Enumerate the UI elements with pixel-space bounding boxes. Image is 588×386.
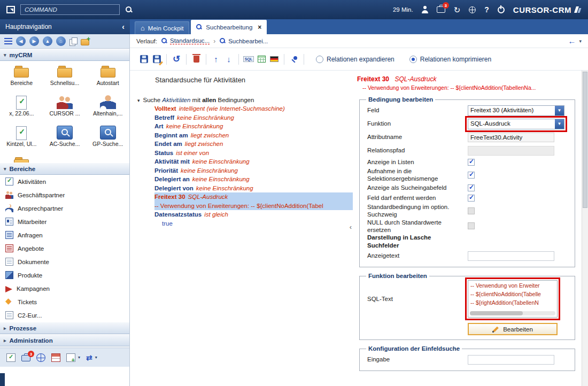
- mycrm-shortcut[interactable]: AC-Suche...: [43, 124, 87, 155]
- tree-condition-row[interactable]: Datensatzstatusist gleich: [154, 210, 353, 219]
- bereich-list-item[interactable]: Aktivitäten: [0, 175, 129, 188]
- bereich-list-item[interactable]: C2-Eur...: [0, 308, 129, 322]
- nav-home-icon[interactable]: ⌂: [56, 36, 66, 46]
- attributname-input[interactable]: FreeText30.Activity: [468, 133, 554, 142]
- feld-select[interactable]: Freitext 30 (Aktivitäten) ▼: [468, 105, 564, 116]
- mycrm-shortcut[interactable]: CURSOR ...: [43, 94, 87, 124]
- mycrm-shortcut[interactable]: GP-Suche...: [86, 124, 129, 155]
- bereich-list-item[interactable]: Angebote: [0, 242, 129, 255]
- vertical-scrollbar-thumb[interactable]: [583, 72, 587, 208]
- new-record-caret-icon[interactable]: ▾: [78, 355, 80, 360]
- sync-icon[interactable]: ⇄: [86, 353, 92, 362]
- global-search-icon[interactable]: [36, 353, 45, 362]
- bereich-list-item[interactable]: Anfragen: [0, 228, 129, 242]
- history-back-icon[interactable]: ←: [568, 36, 576, 45]
- activities-quick-icon[interactable]: [6, 353, 16, 362]
- timetable-icon[interactable]: [51, 353, 60, 362]
- bereich-list-item[interactable]: Kampagnen: [0, 282, 129, 295]
- section-header-administration[interactable]: ▸ Administration: [0, 334, 129, 346]
- history-item-1[interactable]: Standardsuc...: [161, 37, 210, 44]
- move-up-button[interactable]: ↑: [210, 53, 222, 66]
- checkbox[interactable]: [468, 184, 475, 191]
- help-icon[interactable]: ?: [484, 5, 489, 14]
- save-as-button[interactable]: [150, 53, 163, 66]
- tree-condition-row[interactable]: true: [154, 219, 353, 228]
- user-icon[interactable]: [422, 6, 428, 13]
- panel-collapse-icon[interactable]: ‹: [350, 223, 352, 231]
- vertical-scrollbar[interactable]: [582, 71, 588, 386]
- tree-condition-row[interactable]: Freitext 30SQL-Ausdruck: [154, 192, 353, 202]
- checkbox[interactable]: [468, 195, 475, 202]
- relationspfad-input[interactable]: [468, 146, 554, 156]
- undo-button[interactable]: ↺: [170, 53, 183, 66]
- mycrm-shortcut[interactable]: x, 22.06...: [0, 94, 43, 124]
- nav-back-icon[interactable]: ◀: [16, 36, 26, 46]
- tree-condition-row[interactable]: Delegiert vonkeine Einschränkung: [154, 184, 353, 193]
- new-record-icon[interactable]: [66, 353, 75, 362]
- tree-condition-row[interactable]: Betreffkeine Einschränkung: [154, 113, 353, 122]
- history-dropdown-icon[interactable]: ▾: [579, 38, 582, 44]
- copy-pages-icon[interactable]: [69, 37, 77, 45]
- inbox-briefcase-icon[interactable]: 3: [437, 6, 445, 13]
- nav-up-icon[interactable]: ▲: [43, 36, 52, 46]
- sql-view-button[interactable]: SQL: [242, 53, 255, 66]
- tree-condition-row[interactable]: Artkeine Einschränkung: [154, 122, 353, 131]
- mycrm-shortcut[interactable]: Autostart: [86, 63, 129, 94]
- bereich-list-item[interactable]: Tickets: [0, 295, 129, 308]
- eingabe-input[interactable]: [468, 355, 554, 365]
- tree-condition-row[interactable]: Prioritätkeine Einschränkung: [154, 166, 353, 175]
- mycrm-shortcut[interactable]: Altenhain,...: [86, 94, 129, 124]
- command-input[interactable]: COMMAND: [20, 4, 120, 15]
- pin-button[interactable]: [288, 53, 300, 66]
- bearbeiten-button[interactable]: Bearbeiten: [468, 323, 558, 335]
- history-item-2[interactable]: Suchbearbei...: [219, 37, 268, 44]
- tree-condition-row[interactable]: Endet amliegt zwischen: [154, 140, 353, 149]
- bereich-list-item[interactable]: Dokumente: [0, 255, 129, 268]
- move-down-button[interactable]: ↓: [222, 53, 235, 66]
- tree-root-node[interactable]: ▾Suche Aktivitäten mit allen Bedingungen: [137, 97, 353, 103]
- anzeigetext-input[interactable]: [468, 251, 554, 261]
- sql-hscrollbar-thumb[interactable]: [470, 311, 523, 315]
- bereich-list-item[interactable]: Ansprechpartner: [0, 202, 129, 215]
- sql-hscrollbar[interactable]: [470, 311, 555, 315]
- relation-mode-radio[interactable]: Relationen expandieren: [316, 56, 394, 63]
- tab[interactable]: Mein Cockpit: [135, 21, 189, 34]
- refresh-icon[interactable]: ↻: [454, 6, 461, 14]
- nav-forward-icon[interactable]: ▶: [29, 36, 39, 46]
- tab-close-icon[interactable]: ×: [258, 24, 261, 31]
- funktion-select[interactable]: SQL-Ausdruck ▼: [468, 119, 564, 129]
- bereich-list-item[interactable]: Geschäftspartner: [0, 188, 129, 202]
- section-header-prozesse[interactable]: ▸ Prozesse: [0, 322, 129, 334]
- checkbox[interactable]: [468, 222, 475, 229]
- checkbox[interactable]: [468, 159, 475, 166]
- tree-condition-row[interactable]: Aktivität mitkeine Einschränkung: [154, 157, 353, 166]
- inbox-quick-icon[interactable]: 3: [21, 355, 30, 361]
- result-table-button[interactable]: [255, 53, 268, 66]
- section-header-mycrm[interactable]: ▾ myCRM: [0, 49, 129, 61]
- language-button[interactable]: [268, 53, 281, 66]
- new-folder-icon[interactable]: [81, 37, 90, 45]
- tree-condition-row[interactable]: Delegiert ankeine Einschränkung: [154, 175, 353, 184]
- save-button[interactable]: [137, 53, 150, 66]
- mycrm-shortcut[interactable]: Kintzel, Ul...: [0, 124, 43, 155]
- relation-mode-radio[interactable]: Relationen komprimieren: [409, 56, 491, 63]
- chevron-down-icon[interactable]: ▼: [555, 106, 564, 115]
- mycrm-shortcut[interactable]: Bereiche: [0, 63, 43, 94]
- tree-condition-row[interactable]: Statusist einer von: [154, 149, 353, 158]
- nav-collapse-icon[interactable]: ‹: [122, 22, 125, 31]
- tree-condition-row[interactable]: Beginnt amliegt zwischen: [154, 131, 353, 140]
- tab[interactable]: Suchbearbeitung ×: [191, 20, 267, 34]
- sql-text-area[interactable]: -- Verwendung von Erweiter -- ${clientNo…: [468, 280, 558, 318]
- connection-globe-icon[interactable]: [469, 6, 476, 13]
- chevron-down-icon[interactable]: ▼: [555, 119, 564, 129]
- sync-caret-icon[interactable]: ▾: [95, 355, 97, 360]
- tree-condition-row[interactable]: Volltextintelligent (wie Internet-Suchma…: [154, 104, 353, 113]
- mycrm-shortcut[interactable]: [0, 155, 43, 163]
- delete-button[interactable]: [190, 53, 203, 66]
- command-search-icon[interactable]: [125, 6, 133, 13]
- tree-expander-icon[interactable]: ▾: [137, 98, 140, 103]
- logout-power-icon[interactable]: [498, 6, 505, 13]
- bereich-list-item[interactable]: Mitarbeiter: [0, 215, 129, 228]
- mycrm-shortcut[interactable]: Schnellsu...: [43, 63, 87, 94]
- checkbox[interactable]: [468, 207, 475, 214]
